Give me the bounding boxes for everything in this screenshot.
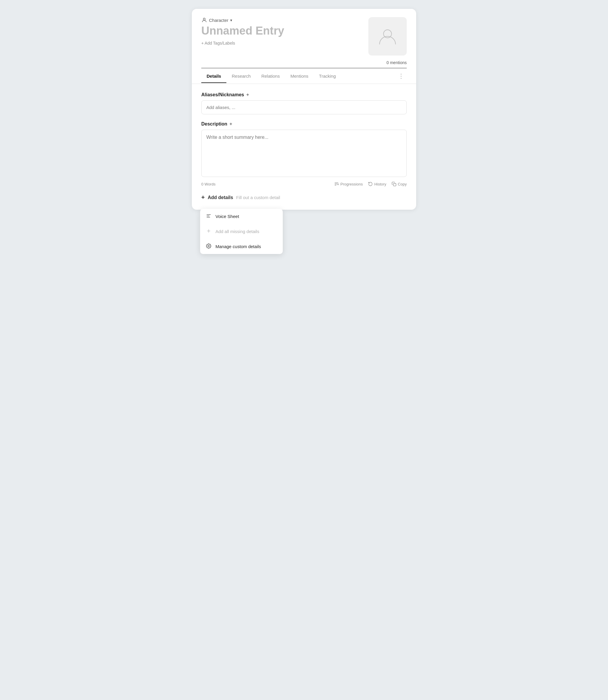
main-card: Character ▾ Unnamed Entry + Add Tags/Lab… [192, 9, 416, 210]
tab-relations[interactable]: Relations [256, 69, 285, 83]
voice-sheet-label: Voice Sheet [215, 214, 239, 219]
entry-type-selector[interactable]: Character ▾ [201, 17, 361, 23]
dropdown-menu: Voice Sheet Add all missing details Mana… [200, 209, 283, 254]
add-all-missing-label: Add all missing details [215, 229, 259, 234]
person-icon [201, 17, 207, 23]
add-details-plus-icon: + [201, 194, 205, 201]
aliases-input[interactable] [201, 100, 407, 114]
add-all-missing-icon [206, 228, 211, 235]
entry-type-label: Character [209, 18, 228, 23]
progressions-icon [334, 182, 339, 186]
tab-tracking[interactable]: Tracking [314, 69, 341, 83]
word-count: 0 Words [201, 182, 215, 186]
tabs-more-button[interactable]: ⋮ [396, 68, 407, 84]
dropdown-item-manage-custom[interactable]: Manage custom details [200, 239, 283, 254]
avatar-icon [378, 26, 398, 47]
mentions-count: 0 mentions [387, 60, 407, 65]
description-section-label: Description ✦ [201, 122, 407, 127]
voice-sheet-icon [206, 213, 211, 219]
dropdown-item-add-all-missing: Add all missing details [200, 224, 283, 239]
copy-icon [392, 182, 396, 186]
header-left: Character ▾ Unnamed Entry + Add Tags/Lab… [201, 17, 361, 45]
add-details-sub-label: Fill out a custom detail [236, 195, 280, 200]
svg-rect-2 [394, 183, 396, 186]
manage-custom-icon [206, 243, 211, 250]
progressions-button[interactable]: Progressions [334, 182, 363, 186]
description-textarea[interactable] [201, 130, 407, 177]
history-button[interactable]: History [368, 182, 386, 186]
tab-research[interactable]: Research [226, 69, 256, 83]
avatar [368, 17, 407, 56]
ai-sparkle-icon: ✦ [246, 92, 249, 97]
add-details-button[interactable]: + Add details Fill out a custom detail [201, 192, 407, 203]
entry-title: Unnamed Entry [201, 25, 361, 37]
ai-sparkle-icon-desc: ✦ [229, 122, 232, 126]
history-icon [368, 182, 373, 186]
add-tags-button[interactable]: + Add Tags/Labels [201, 41, 361, 45]
tabs-bar: Details Research Relations Mentions Trac… [192, 68, 416, 84]
svg-point-8 [208, 245, 210, 247]
details-body: Aliases/Nicknames ✦ Description ✦ 0 Word… [192, 84, 416, 210]
chevron-down-icon: ▾ [230, 18, 232, 22]
manage-custom-label: Manage custom details [215, 244, 261, 249]
add-details-label: Add details [208, 195, 233, 200]
desc-actions: Progressions History Copy [334, 182, 407, 186]
dropdown-item-voice-sheet[interactable]: Voice Sheet [200, 209, 283, 224]
description-toolbar: 0 Words Progressions History [201, 181, 407, 192]
card-header: Character ▾ Unnamed Entry + Add Tags/Lab… [192, 9, 416, 56]
tab-mentions[interactable]: Mentions [285, 69, 314, 83]
mentions-bar: 0 mentions [192, 56, 416, 65]
svg-point-0 [203, 18, 205, 20]
aliases-section-label: Aliases/Nicknames ✦ [201, 92, 407, 97]
copy-button[interactable]: Copy [392, 182, 407, 186]
tab-details[interactable]: Details [201, 69, 226, 83]
